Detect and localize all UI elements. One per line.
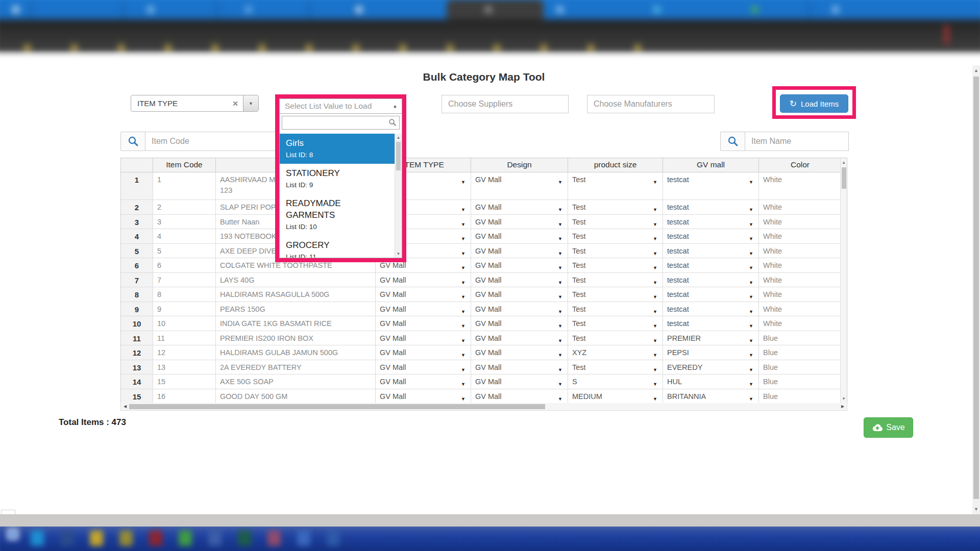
taskbar-app-icon[interactable] (149, 531, 162, 546)
item-code-search-input[interactable] (145, 132, 284, 151)
cell-design-dropdown[interactable]: GV Mall▼ (471, 345, 568, 360)
start-button[interactable] (7, 529, 18, 540)
taskbar-app-icon[interactable] (90, 531, 103, 546)
dropdown-option-girls[interactable]: GirlsList ID: 8 (280, 134, 395, 164)
cell-gv_mall-dropdown[interactable]: testcat▼ (663, 200, 759, 214)
choose-suppliers-input[interactable] (442, 95, 569, 113)
active-browser-tab[interactable] (447, 0, 544, 21)
cell-gv_mall-dropdown[interactable]: testcat▼ (663, 258, 759, 272)
cell-product_size-dropdown[interactable]: MEDIUM▼ (568, 389, 663, 404)
taskbar-app-icon[interactable] (297, 531, 310, 546)
dropdown-option-grocery[interactable]: GROCERYList ID: 11 (280, 236, 395, 258)
cell-gv_mall-dropdown[interactable]: testcat▼ (663, 215, 759, 229)
scroll-right-icon[interactable]: ▶ (839, 403, 846, 410)
cell-item_type-dropdown[interactable]: GV Mall▼ (376, 345, 471, 360)
cell-product_size-dropdown[interactable]: Test▼ (568, 273, 663, 287)
cell-item_type-dropdown[interactable]: GV Mall▼ (376, 287, 471, 302)
cell-design-dropdown[interactable]: GV Mall▼ (471, 229, 568, 243)
cell-product_size-dropdown[interactable]: Test▼ (568, 258, 663, 272)
cell-design-dropdown[interactable]: GV Mall▼ (471, 302, 568, 316)
cell-item_type-dropdown[interactable]: GV Mall▼ (376, 316, 471, 331)
taskbar-app-icon[interactable] (179, 531, 192, 546)
cell-item_type-dropdown[interactable]: GV Mall▼ (376, 360, 471, 374)
cell-design-dropdown[interactable]: GV Mall▼ (471, 273, 568, 287)
cell-product_size-dropdown[interactable]: Test▼ (568, 172, 663, 199)
cell-gv_mall-dropdown[interactable]: HUL▼ (663, 374, 759, 389)
cell-product_size-dropdown[interactable]: Test▼ (568, 287, 663, 302)
cell-gv_mall-dropdown[interactable]: PREMIER▼ (663, 331, 759, 345)
cell-design-dropdown[interactable]: GV Mall▼ (471, 331, 568, 345)
dropdown-option-readymade-garments[interactable]: READYMADE GARMENTSList ID: 10 (280, 194, 395, 236)
save-button[interactable]: Save (864, 417, 913, 438)
search-icon[interactable] (720, 132, 745, 151)
scroll-down-icon[interactable]: ▼ (395, 251, 402, 257)
cell-item_type-dropdown[interactable]: GV Mall▼ (376, 374, 471, 389)
item-name-search-input[interactable] (745, 132, 849, 151)
cell-design-dropdown[interactable]: GV Mall▼ (471, 287, 568, 302)
cell-gv_mall-dropdown[interactable]: PEPSI▼ (663, 345, 759, 360)
cell-gv_mall-dropdown[interactable]: testcat▼ (663, 172, 759, 199)
cell-item_type-dropdown[interactable]: GV Mall▼ (376, 331, 471, 345)
dropdown-option-stationery[interactable]: STATIONERYList ID: 9 (280, 164, 395, 194)
table-horizontal-scrollbar[interactable]: ◀ ▶ (120, 403, 847, 411)
cell-item_type-dropdown[interactable]: GV Mall▼ (376, 389, 471, 404)
cell-design-dropdown[interactable]: GV Mall▼ (471, 316, 568, 331)
item-type-select[interactable]: ITEM TYPE ✕ ▼ (131, 95, 259, 112)
cell-gv_mall-dropdown[interactable]: testcat▼ (663, 316, 759, 331)
taskbar-app-icon[interactable] (267, 531, 281, 546)
search-icon[interactable] (120, 132, 145, 151)
cell-gv_mall-dropdown[interactable]: testcat▼ (663, 229, 759, 243)
cell-product_size-dropdown[interactable]: Test▼ (568, 302, 663, 316)
cell-design-dropdown[interactable]: GV Mall▼ (471, 389, 568, 404)
cell-gv_mall-dropdown[interactable]: testcat▼ (663, 287, 759, 302)
scroll-up-icon[interactable]: ▲ (395, 134, 402, 141)
choose-manufacturers-input[interactable] (587, 95, 715, 113)
cell-design-dropdown[interactable]: GV Mall▼ (471, 215, 568, 229)
cell-design-dropdown[interactable]: GV Mall▼ (471, 360, 568, 374)
cell-product_size-dropdown[interactable]: S▼ (568, 374, 663, 389)
cell-product_size-dropdown[interactable]: Test▼ (568, 316, 663, 331)
cell-item_type-dropdown[interactable]: GV Mall▼ (376, 273, 471, 287)
cell-design-dropdown[interactable]: GV Mall▼ (471, 374, 568, 389)
cell-gv_mall-dropdown[interactable]: testcat▼ (663, 244, 759, 258)
dropdown-search-input[interactable] (282, 116, 400, 130)
cell-design-dropdown[interactable]: GV Mall▼ (471, 244, 568, 258)
page-scrollbar[interactable]: ▲ ▼ (972, 65, 980, 514)
cell-product_size-dropdown[interactable]: Test▼ (568, 331, 663, 345)
taskbar-app-icon[interactable] (327, 531, 340, 546)
cell-gv_mall-dropdown[interactable]: BRITANNIA▼ (663, 389, 759, 404)
taskbar-app-icon[interactable] (208, 531, 222, 546)
dropdown-scrollbar[interactable]: ▲ ▼ (395, 134, 402, 258)
taskbar-app-icon[interactable] (238, 531, 251, 546)
scrollbar-thumb[interactable] (396, 142, 401, 170)
scroll-left-icon[interactable]: ◀ (121, 403, 129, 410)
taskbar-app-icon[interactable] (60, 531, 74, 546)
load-items-button[interactable]: ↻ Load Items (780, 94, 848, 113)
cell-gv_mall-dropdown[interactable]: testcat▼ (663, 273, 759, 287)
table-vertical-scrollbar[interactable]: ▲ ▼ (840, 158, 847, 404)
dropdown-toggle-button[interactable]: ▼ (243, 95, 258, 111)
cell-product_size-dropdown[interactable]: Test▼ (568, 360, 663, 374)
cell-design-dropdown[interactable]: GV Mall▼ (471, 258, 568, 272)
cell-design-dropdown[interactable]: GV Mall▼ (471, 200, 568, 214)
scrollbar-thumb[interactable] (973, 77, 979, 499)
scrollbar-thumb[interactable] (129, 404, 545, 409)
taskbar-app-icon[interactable] (31, 531, 44, 546)
cell-item_type-dropdown[interactable]: GV Mall▼ (376, 302, 471, 316)
scroll-down-icon[interactable]: ▼ (841, 395, 847, 403)
cell-design-dropdown[interactable]: GV Mall▼ (471, 172, 568, 199)
clear-icon[interactable]: ✕ (228, 99, 243, 108)
taskbar-app-icon[interactable] (119, 531, 133, 546)
cell-product_size-dropdown[interactable]: XYZ▼ (568, 345, 663, 360)
scroll-down-icon[interactable]: ▼ (972, 505, 980, 513)
scroll-up-icon[interactable]: ▲ (841, 159, 847, 166)
scroll-up-icon[interactable]: ▲ (972, 66, 980, 74)
cell-product_size-dropdown[interactable]: Test▼ (568, 244, 663, 258)
cell-product_size-dropdown[interactable]: Test▼ (568, 200, 663, 214)
cell-product_size-dropdown[interactable]: Test▼ (568, 229, 663, 243)
scrollbar-thumb[interactable] (842, 167, 846, 189)
cell-gv_mall-dropdown[interactable]: EVEREDY▼ (663, 360, 759, 374)
cell-product_size-dropdown[interactable]: Test▼ (568, 215, 663, 229)
list-value-select[interactable]: Select List Value to Load ▲ (279, 98, 402, 114)
cell-gv_mall-dropdown[interactable]: testcat▼ (663, 302, 759, 316)
